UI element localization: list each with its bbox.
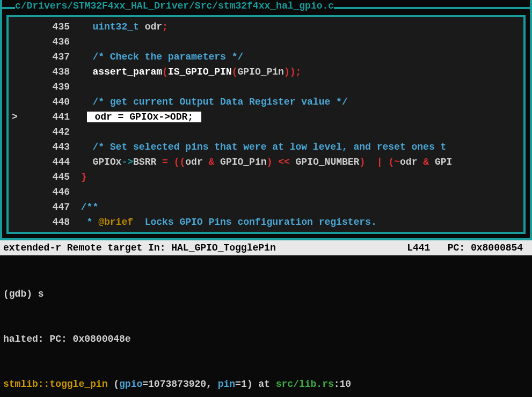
line-number: 438	[27, 64, 75, 79]
line-number: 446	[27, 185, 75, 200]
line-number: 447	[27, 200, 75, 215]
status-pc: PC: 0x8000854	[448, 240, 523, 255]
source-line: 440 /* get current Output Data Register …	[9, 94, 523, 109]
console-line: stmlib::toggle_pin (gpio=1073873920, pin…	[3, 377, 529, 392]
source-line: 439	[9, 79, 523, 94]
source-line: 436	[9, 34, 523, 49]
status-line-number: L441	[407, 240, 430, 255]
current-line: > 441 odr = GPIOx->ODR;	[9, 109, 523, 124]
console-line: halted: PC: 0x0800048e	[3, 332, 529, 347]
source-line: 438 assert_param(IS_GPIO_PIN(GPIO_Pin));	[9, 64, 523, 79]
source-file-path: c/Drivers/STM32F4xx_HAL_Driver/Src/stm32…	[15, 1, 334, 11]
source-line: 437 /* Check the parameters */	[9, 49, 523, 64]
line-number: 443	[27, 139, 75, 155]
status-bar: extended-r Remote target In: HAL_GPIO_To…	[0, 240, 532, 255]
source-line: 435 uint32_t odr;	[9, 19, 523, 34]
source-view[interactable]: 435 uint32_t odr; 436 437 /* Check the p…	[6, 15, 526, 234]
line-number: 436	[27, 34, 75, 49]
current-line-marker: >	[12, 109, 27, 124]
source-line: 446	[9, 185, 523, 200]
source-window-border: c/Drivers/STM32F4xx_HAL_Driver/Src/stm32…	[0, 0, 532, 240]
console-line: (gdb) s	[3, 286, 529, 302]
source-line: 443 /* Set selected pins that were at lo…	[9, 139, 523, 155]
line-number: 448	[27, 215, 75, 230]
source-line: 448 * @brief Locks GPIO Pins configurati…	[9, 215, 523, 230]
current-line-code: odr = GPIOx->ODR;	[87, 112, 201, 122]
line-number: 442	[27, 124, 75, 139]
line-number: 445	[27, 170, 75, 185]
line-number: 435	[27, 19, 75, 34]
source-line: 447 /**	[9, 200, 523, 215]
source-title-line: c/Drivers/STM32F4xx_HAL_Driver/Src/stm32…	[2, 0, 530, 12]
gdb-console[interactable]: (gdb) s halted: PC: 0x0800048e stmlib::t…	[0, 255, 532, 397]
line-number: 437	[27, 49, 75, 64]
source-line: 442	[9, 124, 523, 139]
line-number: 441	[27, 109, 75, 124]
line-number: 439	[27, 79, 75, 94]
source-line: 444 GPIOx->BSRR = ((odr & GPIO_Pin) << G…	[9, 155, 523, 170]
line-number: 444	[27, 155, 75, 170]
status-context: extended-r Remote target In: HAL_GPIO_To…	[3, 240, 407, 255]
line-number: 440	[27, 94, 75, 109]
source-line: 445 }	[9, 170, 523, 185]
